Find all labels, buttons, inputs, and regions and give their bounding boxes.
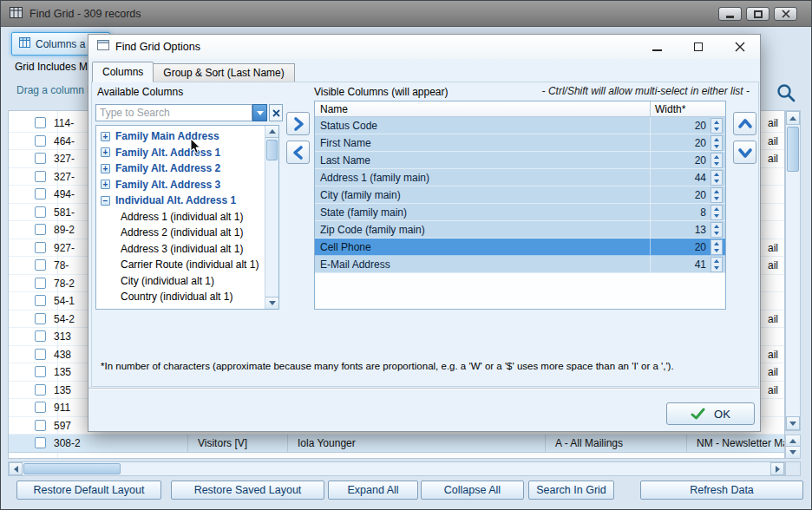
table-header[interactable]: Name Width* [315, 101, 725, 117]
expand-icon[interactable]: + [101, 164, 110, 173]
dialog-close-button[interactable] [730, 39, 750, 55]
visible-column-row[interactable]: Cell Phone20 [315, 239, 725, 256]
move-left-button[interactable] [286, 141, 310, 164]
row-checkbox[interactable] [35, 437, 46, 448]
move-right-button[interactable] [286, 112, 310, 135]
row-checkbox[interactable] [35, 117, 46, 128]
row-checkbox[interactable] [35, 224, 46, 235]
move-down-button[interactable] [733, 141, 756, 164]
tree-group-row[interactable]: +Family Alt. Address 1 [96, 145, 265, 161]
row-checkbox[interactable] [35, 242, 46, 253]
tree-group-row[interactable]: +Family Main Address [96, 128, 265, 145]
scroll-up-icon[interactable] [786, 111, 800, 125]
bottom-pane-scrollbar[interactable] [785, 435, 801, 459]
width-spinner[interactable] [710, 135, 723, 151]
visible-column-row[interactable]: City (family main)20 [315, 186, 725, 204]
row-checkbox[interactable] [35, 278, 46, 289]
move-up-button[interactable] [733, 112, 756, 135]
close-button[interactable] [774, 7, 797, 21]
row-checkbox[interactable] [35, 402, 46, 413]
row-checkbox[interactable] [35, 295, 46, 306]
vertical-scrollbar[interactable] [785, 110, 801, 431]
visible-column-row[interactable]: First Name20 [315, 134, 725, 152]
scroll-up-icon[interactable] [265, 126, 278, 138]
width-spinner[interactable] [710, 118, 723, 134]
row-checkbox[interactable] [35, 135, 46, 147]
row-email-fragment: ail [768, 242, 778, 254]
width-spinner[interactable] [710, 153, 723, 168]
tree-field-row[interactable]: Address 1 (individual alt 1) [96, 209, 265, 226]
footer-button-restore-saved-layout[interactable]: Restore Saved Layout [171, 481, 324, 500]
header-width[interactable]: Width* [655, 103, 685, 115]
width-spinner[interactable] [710, 222, 723, 238]
vertical-scroll-thumb[interactable] [787, 127, 799, 172]
window-titlebar[interactable]: Find Grid - 309 records [1, 1, 811, 27]
expand-icon[interactable]: + [101, 132, 110, 141]
row-checkbox[interactable] [35, 259, 46, 271]
expand-icon[interactable]: + [101, 180, 110, 189]
visible-column-row[interactable]: Zip Code (family main)13 [315, 221, 725, 239]
footer-button-search-in-grid[interactable]: Search In Grid [528, 481, 614, 500]
ok-button[interactable]: OK [666, 402, 755, 425]
row-checkbox[interactable] [35, 171, 46, 182]
scroll-down-icon[interactable] [786, 416, 800, 430]
row-checkbox[interactable] [35, 349, 46, 360]
tree-group-row[interactable]: +Family Alt. Address 2 [96, 160, 265, 177]
tree-field-row[interactable]: Date Range (individual alt 1) [96, 305, 265, 310]
visible-column-row[interactable]: Last Name20 [315, 152, 725, 169]
tab-columns[interactable]: Columns [92, 62, 154, 82]
search-icon[interactable] [775, 82, 797, 104]
row-checkbox[interactable] [35, 330, 46, 342]
dialog-maximize-button[interactable] [689, 39, 708, 55]
scroll-up-icon[interactable] [786, 435, 800, 447]
tree-group-row[interactable]: +Family Alt. Address 3 [96, 177, 265, 193]
tree-field-row[interactable]: Address 3 (individual alt 1) [96, 241, 265, 258]
search-input[interactable] [95, 104, 252, 121]
scroll-left-icon[interactable] [9, 462, 23, 475]
search-dropdown-button[interactable] [252, 104, 267, 121]
tree-field-row[interactable]: Country (individual alt 1) [96, 289, 265, 305]
row-checkbox[interactable] [35, 188, 46, 199]
row-checkbox[interactable] [35, 366, 46, 377]
scroll-thumb[interactable] [266, 140, 278, 160]
horizontal-scrollbar[interactable] [8, 461, 785, 476]
collapse-icon[interactable]: − [101, 196, 110, 206]
minimize-button[interactable] [718, 7, 742, 21]
row-checkbox[interactable] [35, 313, 46, 324]
clear-search-button[interactable] [269, 104, 283, 121]
maximize-button[interactable] [746, 7, 769, 21]
tree-field-row[interactable]: Carrier Route (individual alt 1) [96, 257, 265, 273]
footer-button-restore-default-layout[interactable]: Restore Default Layout [16, 481, 161, 500]
grid-row-bottom[interactable]: 308-2 Visitors [V] Iola Younger A - All … [9, 435, 784, 453]
row-checkbox[interactable] [35, 420, 46, 431]
row-checkbox[interactable] [35, 153, 46, 164]
visible-column-row[interactable]: State (family main)8 [315, 204, 725, 221]
width-spinner[interactable] [710, 170, 723, 186]
tree-field-row[interactable]: Address 2 (individual alt 1) [96, 225, 265, 241]
scroll-down-icon[interactable] [786, 447, 800, 458]
header-name[interactable]: Name [320, 103, 348, 115]
width-spinner[interactable] [710, 205, 723, 220]
footer-button-refresh-data[interactable]: Refresh Data [640, 481, 803, 500]
visible-column-row[interactable]: Address 1 (family main)44 [315, 169, 725, 186]
width-spinner[interactable] [710, 187, 723, 203]
available-list-scrollbar[interactable] [265, 126, 278, 309]
tab-group-and-sort[interactable]: Group & Sort (Last Name) [154, 63, 294, 82]
find-grid-options-dialog: Find Grid Options Columns Group & Sort (… [88, 34, 761, 432]
visible-column-row[interactable]: E-Mail Address41 [315, 256, 725, 273]
visible-column-row[interactable]: Status Code20 [315, 117, 725, 134]
horizontal-scroll-thumb[interactable] [23, 463, 121, 474]
row-checkbox[interactable] [35, 384, 46, 396]
width-spinner[interactable] [710, 239, 723, 255]
scroll-right-icon[interactable] [770, 462, 784, 475]
row-checkbox[interactable] [35, 206, 46, 218]
footer-button-expand-all[interactable]: Expand All [328, 481, 418, 500]
tree-group-row[interactable]: −Individual Alt. Address 1 [96, 193, 265, 209]
scroll-down-icon[interactable] [265, 297, 278, 309]
width-spinner[interactable] [710, 257, 723, 272]
tree-field-row[interactable]: City (individual alt 1) [96, 273, 265, 290]
dialog-minimize-button[interactable] [647, 39, 666, 55]
window-title: Find Grid - 309 records [29, 8, 141, 20]
expand-icon[interactable]: + [101, 147, 110, 157]
footer-button-collapse-all[interactable]: Collapse All [421, 481, 524, 500]
